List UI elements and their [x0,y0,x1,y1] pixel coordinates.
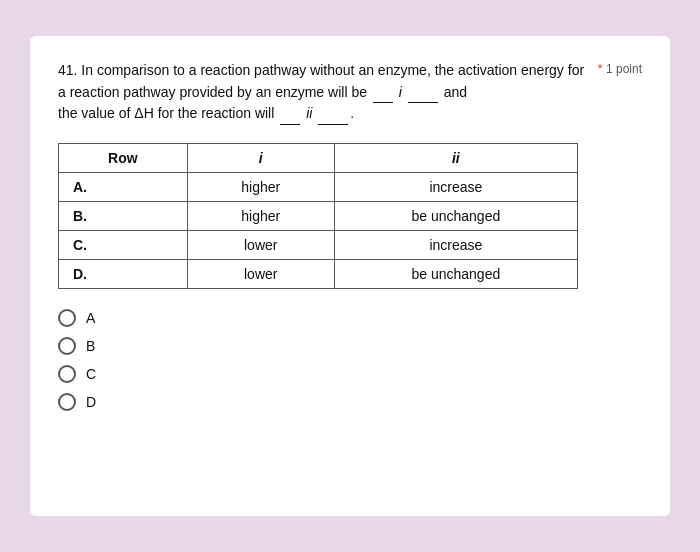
point-badge: * 1 point [598,60,642,76]
table-cell-row: D. [59,260,188,289]
table-cell-row: B. [59,202,188,231]
question-text-part2: the value of ΔH for the reaction will [58,105,274,121]
table-row: C. lower increase [59,231,578,260]
table-cell-ii: increase [334,173,577,202]
table-cell-i: lower [187,231,334,260]
option-label-d: D [86,394,96,410]
question-text-part1: In comparison to a reaction pathway with… [58,62,584,100]
blank2-inline [408,102,438,103]
roman1: i [399,84,402,100]
table-cell-ii: be unchanged [334,202,577,231]
point-star: * [598,61,603,76]
blank1 [373,102,393,103]
table-cell-i: higher [187,173,334,202]
table-container: Row i ii A. higher increase B. higher be… [58,143,642,289]
options-list: A B C D [58,309,642,411]
option-c[interactable]: C [58,365,642,383]
radio-d[interactable] [58,393,76,411]
question-card: 41. In comparison to a reaction pathway … [30,36,670,516]
blank3-inline [280,124,300,125]
option-b[interactable]: B [58,337,642,355]
option-label-a: A [86,310,95,326]
and-text: and [444,84,467,100]
question-text: 41. In comparison to a reaction pathway … [58,60,590,125]
table-row: D. lower be unchanged [59,260,578,289]
table-cell-ii: be unchanged [334,260,577,289]
col-header-i: i [187,144,334,173]
col-header-ii: ii [334,144,577,173]
table-cell-ii: increase [334,231,577,260]
question-number: 41. [58,62,77,78]
table-row: A. higher increase [59,173,578,202]
point-label: 1 point [606,62,642,76]
col-header-row: Row [59,144,188,173]
table-cell-row: A. [59,173,188,202]
table-cell-i: lower [187,260,334,289]
table-header-row: Row i ii [59,144,578,173]
blank4-inline [318,124,348,125]
roman2: ii [306,105,312,121]
option-a[interactable]: A [58,309,642,327]
option-label-b: B [86,338,95,354]
radio-a[interactable] [58,309,76,327]
table-row: B. higher be unchanged [59,202,578,231]
answer-table: Row i ii A. higher increase B. higher be… [58,143,578,289]
question-header: 41. In comparison to a reaction pathway … [58,60,642,125]
option-label-c: C [86,366,96,382]
radio-c[interactable] [58,365,76,383]
radio-b[interactable] [58,337,76,355]
option-d[interactable]: D [58,393,642,411]
table-cell-row: C. [59,231,188,260]
table-cell-i: higher [187,202,334,231]
